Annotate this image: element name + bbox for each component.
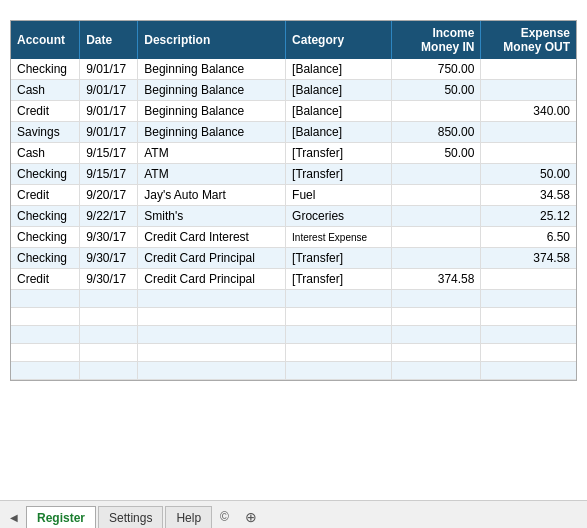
table-cell xyxy=(80,362,138,380)
header-expense: ExpenseMoney OUT xyxy=(481,21,576,59)
table-row[interactable] xyxy=(11,362,576,380)
table-cell: Checking xyxy=(11,206,80,227)
table-cell: Groceries xyxy=(286,206,392,227)
table-cell xyxy=(391,185,481,206)
table-cell: [Transfer] xyxy=(286,248,392,269)
tab-nav-arrow[interactable]: ◀ xyxy=(6,506,22,528)
tab-settings[interactable]: Settings xyxy=(98,506,163,528)
table-cell: Credit xyxy=(11,185,80,206)
header-income: IncomeMoney IN xyxy=(391,21,481,59)
table-cell: 9/30/17 xyxy=(80,248,138,269)
table-row[interactable]: Cash9/01/17Beginning Balance[Balance]50.… xyxy=(11,80,576,101)
table-cell xyxy=(11,344,80,362)
table-cell xyxy=(391,101,481,122)
table-row[interactable]: Credit9/20/17Jay's Auto MartFuel34.58 xyxy=(11,185,576,206)
table-cell xyxy=(138,290,286,308)
tab-add-button[interactable]: ⊕ xyxy=(237,506,265,528)
table-cell: 9/01/17 xyxy=(80,122,138,143)
table-cell: [Transfer] xyxy=(286,164,392,185)
table-cell: 25.12 xyxy=(481,206,576,227)
tab-help[interactable]: Help xyxy=(165,506,212,528)
table-cell xyxy=(286,326,392,344)
table-cell: [Transfer] xyxy=(286,143,392,164)
table-cell: Jay's Auto Mart xyxy=(138,185,286,206)
table-row[interactable] xyxy=(11,344,576,362)
income-expense-table: Account Date Description Category Income… xyxy=(11,21,576,380)
header-category: Category xyxy=(286,21,392,59)
table-cell: Checking xyxy=(11,59,80,80)
table-cell xyxy=(286,362,392,380)
table-cell xyxy=(481,122,576,143)
table-cell: [Balance] xyxy=(286,101,392,122)
table-cell xyxy=(391,308,481,326)
table-cell: Checking xyxy=(11,227,80,248)
table-cell: 340.00 xyxy=(481,101,576,122)
table-cell: 374.58 xyxy=(391,269,481,290)
tab-register[interactable]: Register xyxy=(26,506,96,528)
table-cell xyxy=(481,308,576,326)
table-cell: 9/01/17 xyxy=(80,59,138,80)
table-cell xyxy=(391,362,481,380)
table-row[interactable] xyxy=(11,290,576,308)
table-cell xyxy=(391,290,481,308)
table-cell xyxy=(391,206,481,227)
table-cell xyxy=(138,344,286,362)
table-cell: 850.00 xyxy=(391,122,481,143)
table-cell: Cash xyxy=(11,143,80,164)
table-row[interactable]: Credit9/01/17Beginning Balance[Balance]3… xyxy=(11,101,576,122)
header-date: Date xyxy=(80,21,138,59)
table-row[interactable]: Checking9/15/17ATM[Transfer]50.00 xyxy=(11,164,576,185)
table-cell: 50.00 xyxy=(391,80,481,101)
table-row[interactable]: Credit9/30/17Credit Card Principal[Trans… xyxy=(11,269,576,290)
table-cell: 50.00 xyxy=(391,143,481,164)
table-cell xyxy=(286,308,392,326)
table-cell xyxy=(391,344,481,362)
tab-copyright: © xyxy=(214,506,235,528)
table-cell: Credit Card Principal xyxy=(138,269,286,290)
table-row[interactable] xyxy=(11,308,576,326)
table-cell xyxy=(286,290,392,308)
table-cell xyxy=(481,344,576,362)
table-cell xyxy=(481,326,576,344)
table-cell: Beginning Balance xyxy=(138,80,286,101)
table-cell xyxy=(138,326,286,344)
tab-bar: ◀ Register Settings Help © ⊕ xyxy=(0,500,587,528)
table-cell: Checking xyxy=(11,164,80,185)
table-cell: ATM xyxy=(138,143,286,164)
table-cell: 9/15/17 xyxy=(80,164,138,185)
table-cell xyxy=(138,308,286,326)
table-cell: 9/01/17 xyxy=(80,80,138,101)
table-cell: Beginning Balance xyxy=(138,59,286,80)
table-row[interactable]: Cash9/15/17ATM[Transfer]50.00 xyxy=(11,143,576,164)
table-cell: 9/22/17 xyxy=(80,206,138,227)
table-header-row: Account Date Description Category Income… xyxy=(11,21,576,59)
table-cell xyxy=(481,59,576,80)
table-row[interactable]: Checking9/22/17Smith'sGroceries25.12 xyxy=(11,206,576,227)
table-cell: 9/30/17 xyxy=(80,269,138,290)
table-cell: [Transfer] xyxy=(286,269,392,290)
table-row[interactable] xyxy=(11,326,576,344)
table-row[interactable]: Checking9/30/17Credit Card InterestInter… xyxy=(11,227,576,248)
table-cell xyxy=(11,326,80,344)
table-cell xyxy=(481,362,576,380)
table-cell: Credit xyxy=(11,269,80,290)
table-cell: Beginning Balance xyxy=(138,122,286,143)
table-cell: Fuel xyxy=(286,185,392,206)
table-cell: 34.58 xyxy=(481,185,576,206)
table-cell xyxy=(80,290,138,308)
main-content: Account Date Description Category Income… xyxy=(0,0,587,500)
table-row[interactable]: Savings9/01/17Beginning Balance[Balance]… xyxy=(11,122,576,143)
table-cell: Credit xyxy=(11,101,80,122)
table-cell xyxy=(80,326,138,344)
table-cell: [Balance] xyxy=(286,59,392,80)
table-cell xyxy=(481,269,576,290)
table-row[interactable]: Checking9/01/17Beginning Balance[Balance… xyxy=(11,59,576,80)
table-cell: ATM xyxy=(138,164,286,185)
header-description: Description xyxy=(138,21,286,59)
table-cell xyxy=(11,362,80,380)
table-cell: 750.00 xyxy=(391,59,481,80)
table-cell: Beginning Balance xyxy=(138,101,286,122)
table-cell: Credit Card Principal xyxy=(138,248,286,269)
table-cell: Interest Expense xyxy=(286,227,392,248)
table-row[interactable]: Checking9/30/17Credit Card Principal[Tra… xyxy=(11,248,576,269)
